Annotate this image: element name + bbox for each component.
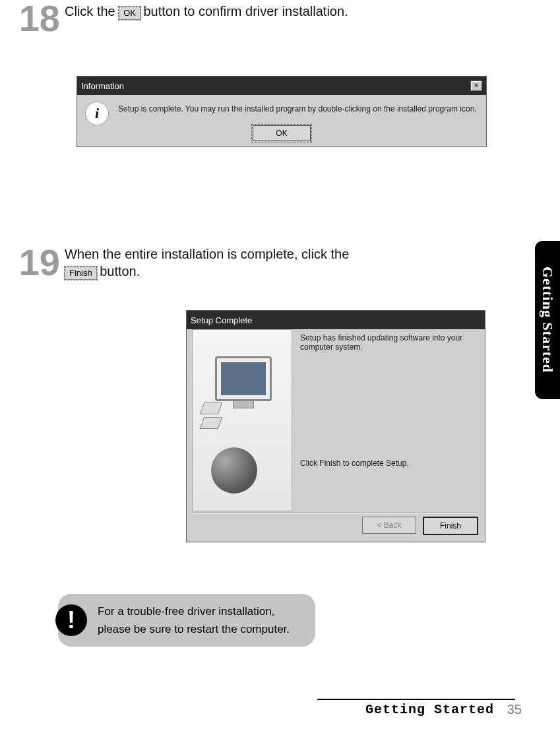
note-box: ! For a trouble-free driver installation… xyxy=(58,594,315,647)
info-icon: i xyxy=(85,102,109,125)
dialog-title: Information xyxy=(81,81,124,91)
step-18-text-before: Click the xyxy=(65,4,119,18)
finish-button[interactable]: Finish xyxy=(423,517,478,535)
exclamation-icon: ! xyxy=(55,604,87,636)
setup-message-2: Click Finish to complete Setup. xyxy=(300,459,478,468)
ok-button[interactable]: OK xyxy=(253,125,311,141)
step-19-text-before: When the entire installation is complete… xyxy=(65,247,349,261)
disk-icon xyxy=(200,402,223,414)
ok-button-inline: OK xyxy=(119,7,140,20)
footer-divider xyxy=(317,699,515,700)
step-19-text-after: button. xyxy=(100,264,140,278)
dialog-message: Setup is complete. You may run the insta… xyxy=(118,102,477,113)
step-18-number: 18 xyxy=(4,0,60,37)
disk-icon xyxy=(200,417,223,429)
page-number: 35 xyxy=(507,702,522,717)
back-button: < Back xyxy=(362,517,416,534)
note-line-2: please be sure to restart the computer. xyxy=(98,620,290,638)
setup-message-1: Setup has finished updating software int… xyxy=(300,333,478,352)
information-dialog: Information × i Setup is complete. You m… xyxy=(77,76,487,147)
step-18-text-after: button to confirm driver installation. xyxy=(144,4,348,18)
step-19-number: 19 xyxy=(4,244,60,281)
section-tab: Getting Started xyxy=(535,241,560,399)
globe-icon xyxy=(211,447,257,494)
setup-sidebar-image xyxy=(192,329,292,511)
setup-complete-dialog: Setup Complete Setup has finished updati… xyxy=(186,310,485,542)
footer-section-title: Getting Started xyxy=(365,702,494,717)
setup-dialog-title: Setup Complete xyxy=(191,315,252,325)
note-line-1: For a trouble-free driver installation, xyxy=(98,602,290,620)
finish-button-inline: Finish xyxy=(65,267,97,280)
monitor-icon xyxy=(215,356,272,401)
close-icon[interactable]: × xyxy=(470,80,482,91)
